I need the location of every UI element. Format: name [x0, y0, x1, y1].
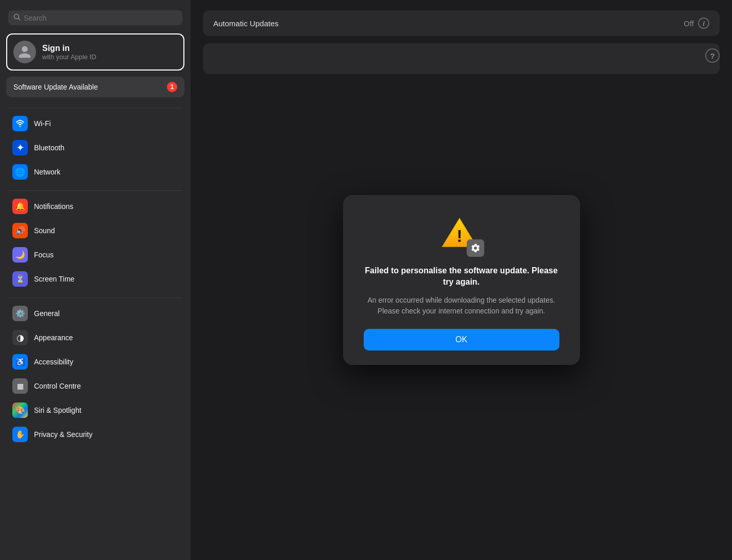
wifi-label: Wi-Fi [34, 119, 51, 128]
control-centre-label: Control Centre [34, 382, 81, 390]
screen-time-label: Screen Time [34, 275, 75, 283]
sidebar-item-notifications[interactable]: 🔔 Notifications [4, 195, 186, 218]
general-icon: ⚙️ [12, 306, 28, 321]
sidebar-item-general[interactable]: ⚙️ General [4, 302, 186, 325]
sidebar-item-accessibility[interactable]: ♿ Accessibility [4, 350, 186, 374]
svg-point-2 [20, 126, 21, 127]
sidebar: Sign in with your Apple ID Software Upda… [0, 0, 191, 560]
divider-2 [8, 190, 182, 191]
notifications-icon: 🔔 [12, 199, 28, 214]
dialog-message: An error occurred while downloading the … [364, 295, 559, 317]
siri-icon: 🎨 [12, 402, 28, 418]
svg-line-1 [19, 19, 21, 21]
focus-label: Focus [34, 251, 54, 259]
apple-id-subtitle: with your Apple ID [42, 53, 96, 61]
sidebar-item-sound[interactable]: 🔊 Sound [4, 219, 186, 242]
system-group: ⚙️ General ◑ Appearance ♿ Accessibility … [0, 301, 191, 447]
sidebar-item-control-centre[interactable]: ▦ Control Centre [4, 374, 186, 398]
privacy-icon: ✋ [12, 427, 28, 442]
siri-spotlight-label: Siri & Spotlight [34, 406, 81, 414]
appearance-icon: ◑ [12, 330, 28, 345]
dialog-ok-button[interactable]: OK [364, 329, 559, 351]
sound-icon: 🔊 [12, 223, 28, 238]
dialog-title: Failed to personalise the software updat… [364, 265, 559, 288]
svg-text:!: ! [456, 226, 462, 246]
sidebar-item-privacy-security[interactable]: ✋ Privacy & Security [4, 423, 186, 446]
general-label: General [34, 309, 60, 318]
screen-time-icon: ⏳ [12, 271, 28, 287]
sidebar-item-network[interactable]: 🌐 Network [4, 160, 186, 184]
update-badge: 1 [167, 82, 177, 92]
bluetooth-icon: ✦ [12, 140, 28, 155]
accessibility-icon: ♿ [12, 354, 28, 370]
software-update-label: Software Update Available [13, 83, 98, 91]
search-input[interactable] [24, 14, 177, 22]
focus-icon: 🌙 [12, 247, 28, 262]
dialog-icon: ! [441, 214, 482, 255]
apple-id-section[interactable]: Sign in with your Apple ID [6, 33, 184, 71]
network-icon: 🌐 [12, 164, 28, 180]
divider-1 [8, 108, 182, 108]
sidebar-item-siri-spotlight[interactable]: 🎨 Siri & Spotlight [4, 398, 186, 422]
search-icon [13, 13, 21, 22]
gear-badge-icon [467, 239, 484, 257]
network-group: Wi-Fi ✦ Bluetooth 🌐 Network [0, 111, 191, 184]
appearance-label: Appearance [34, 334, 73, 342]
software-update-banner[interactable]: Software Update Available 1 [6, 77, 184, 97]
accessibility-label: Accessibility [34, 358, 73, 366]
divider-3 [8, 297, 182, 298]
wifi-icon [12, 116, 28, 131]
main-content: Automatic Updates Off i ? [191, 0, 732, 560]
sidebar-item-wifi[interactable]: Wi-Fi [4, 112, 186, 135]
avatar [13, 41, 36, 63]
sidebar-item-bluetooth[interactable]: ✦ Bluetooth [4, 136, 186, 160]
notifications-group: 🔔 Notifications 🔊 Sound 🌙 Focus ⏳ Screen… [0, 194, 191, 291]
notifications-label: Notifications [34, 202, 73, 211]
control-centre-icon: ▦ [12, 378, 28, 394]
dialog-overlay: ! Failed to personalise the software upd… [191, 0, 732, 560]
bluetooth-label: Bluetooth [34, 144, 64, 152]
error-dialog: ! Failed to personalise the software upd… [343, 195, 580, 365]
network-label: Network [34, 168, 60, 176]
sidebar-item-focus[interactable]: 🌙 Focus [4, 243, 186, 267]
sound-label: Sound [34, 226, 55, 235]
sidebar-item-appearance[interactable]: ◑ Appearance [4, 326, 186, 349]
apple-id-title: Sign in [42, 44, 96, 53]
sidebar-item-screen-time[interactable]: ⏳ Screen Time [4, 267, 186, 291]
search-bar[interactable] [8, 10, 182, 25]
privacy-security-label: Privacy & Security [34, 430, 93, 439]
